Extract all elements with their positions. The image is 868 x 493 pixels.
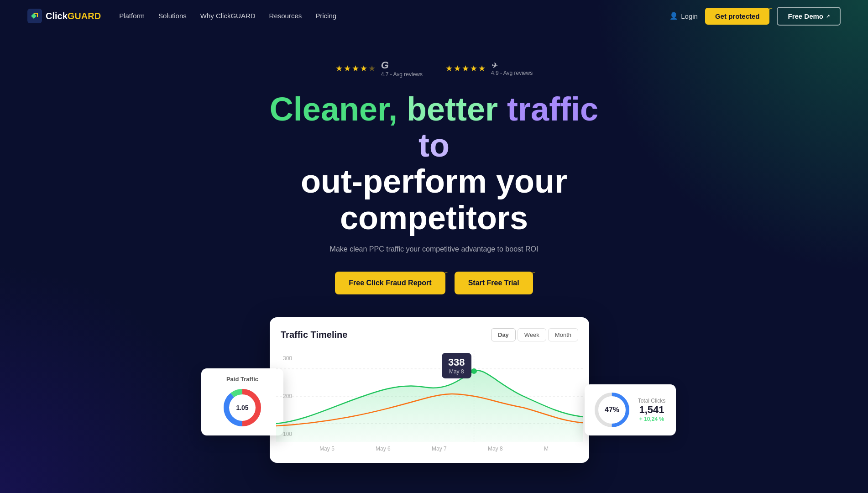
review-badges: ★★★★★ G 4.7 - Avg reviews ★★★★★ ✈ 4.9 - … [335, 59, 533, 78]
tooltip-date: May 8 [448, 368, 465, 375]
start-free-trial-button[interactable]: Start Free Trial [455, 272, 533, 294]
nav-item-why[interactable]: Why ClickGUARD [200, 12, 256, 20]
total-clicks-label: Total Clicks [637, 398, 667, 404]
total-clicks-value: 1,541 [637, 404, 667, 416]
capterra-logo: ✈ [491, 61, 497, 70]
tooltip-value: 338 [448, 357, 465, 368]
card-title: Traffic Timeline [281, 330, 347, 340]
total-clicks-change: + 10,24 % [637, 416, 667, 422]
get-protected-button[interactable]: Get protected [705, 8, 770, 25]
clicks-info: Total Clicks 1,541 + 10,24 % [637, 398, 667, 422]
nav-links: Platform Solutions Why ClickGUARD Resour… [119, 12, 336, 20]
external-icon: ↗ [826, 14, 830, 19]
time-tab-week[interactable]: Week [518, 328, 546, 341]
user-icon: 👤 [669, 12, 678, 20]
hero-buttons: Free Click Fraud Report Start Free Trial [335, 272, 533, 294]
total-clicks-card: 47% Total Clicks 1,541 + 10,24 % [585, 384, 676, 435]
hero-section: ★★★★★ G 4.7 - Avg reviews ★★★★★ ✈ 4.9 - … [0, 32, 868, 481]
login-button[interactable]: 👤 Login [669, 12, 698, 20]
x-axis-labels: May 5 May 6 May 7 May 8 M [281, 446, 578, 452]
time-tab-day[interactable]: Day [491, 328, 516, 341]
paid-traffic-title: Paid Traffic [210, 376, 274, 383]
nav-left: ClickGUARD Platform Solutions Why ClickG… [27, 9, 336, 23]
paid-traffic-card: Paid Traffic 1.05 [201, 368, 283, 435]
g2-stars: ★★★★★ [335, 63, 376, 73]
capterra-stars: ★★★★★ [445, 63, 486, 73]
hero-heading: Cleaner, better traffic to out-perform y… [251, 91, 617, 236]
nav-right: 👤 Login Get protected Free Demo ↗ [669, 7, 841, 26]
free-demo-button[interactable]: Free Demo ↗ [777, 7, 841, 26]
time-tabs: Day Week Month [491, 328, 578, 341]
time-tab-month[interactable]: Month [548, 328, 578, 341]
nav-item-solutions[interactable]: Solutions [158, 12, 187, 20]
svg-point-9 [471, 368, 477, 374]
card-header: Traffic Timeline Day Week Month [281, 328, 578, 341]
chart-tooltip: 338 May 8 [442, 353, 471, 378]
free-click-fraud-report-button[interactable]: Free Click Fraud Report [335, 272, 445, 294]
g2-logo: G [381, 59, 389, 71]
capterra-score: 4.9 - Avg reviews [491, 70, 533, 76]
navbar: ClickGUARD Platform Solutions Why ClickG… [0, 0, 868, 32]
logo-icon [27, 9, 42, 23]
traffic-timeline-card: Traffic Timeline Day Week Month 300 200 … [270, 317, 589, 463]
g2-review-badge: ★★★★★ G 4.7 - Avg reviews [335, 59, 423, 78]
circle-percent-value: 47% [605, 406, 619, 414]
logo[interactable]: ClickGUARD [27, 9, 101, 23]
donut-chart: 1.05 [222, 387, 263, 428]
clicks-progress-circle: 47% [594, 392, 630, 428]
nav-item-pricing[interactable]: Pricing [315, 12, 336, 20]
capterra-review-badge: ★★★★★ ✈ 4.9 - Avg reviews [445, 59, 533, 78]
g2-score: 4.7 - Avg reviews [381, 71, 423, 78]
donut-center-value: 1.05 [236, 404, 248, 411]
nav-item-resources[interactable]: Resources [269, 12, 302, 20]
hero-subtitle: Make clean PPC traffic your competitive … [330, 245, 539, 253]
logo-text: ClickGUARD [46, 11, 101, 21]
nav-item-platform[interactable]: Platform [119, 12, 145, 20]
chart-area: 338 May 8 [276, 351, 583, 442]
dashboard-preview: Paid Traffic 1.05 Traffic Timeline [270, 317, 598, 463]
